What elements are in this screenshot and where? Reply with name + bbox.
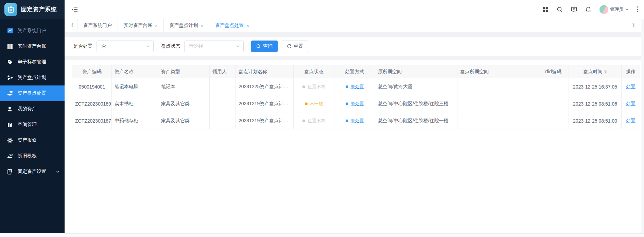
cell-inventory-status: 不一致 <box>294 95 334 112</box>
sidebar-item-asset-repair[interactable]: 资产报修 <box>0 132 65 148</box>
app-logo-row: 固定资产系统 <box>0 0 65 19</box>
tab-realtime-ledger[interactable]: 实时资产台账 × <box>118 19 164 32</box>
chart-tile-icon <box>7 28 13 34</box>
close-icon[interactable]: × <box>246 23 249 28</box>
tabs-scroll-left-button[interactable]: 《 <box>65 19 77 32</box>
sidebar-item-label: 资产盘点计划 <box>18 75 46 81</box>
cell-inventory-space <box>457 78 538 95</box>
cell-plan-name: 20231219资产盘点计划(... <box>236 112 294 129</box>
topbar: 管理员 <box>65 0 644 19</box>
status-dot <box>346 120 348 122</box>
dispose-link[interactable]: 处置 <box>626 84 636 89</box>
reset-button[interactable]: 重置 <box>282 41 308 52</box>
dispose-link[interactable]: 处置 <box>626 118 636 123</box>
col-header-recipient: 领用人 <box>210 65 236 78</box>
sidebar-item-label: 固定资产设置 <box>18 169 46 175</box>
topbar-actions: 管理员 <box>543 5 639 14</box>
sidebar-item-inventory-disposal[interactable]: 资产盘点处置 <box>0 85 65 101</box>
col-header-plan-name: 盘点计划名称 <box>236 65 294 78</box>
bell-icon[interactable] <box>585 6 591 13</box>
col-header-inventory-status: 盘点状态 <box>294 65 334 78</box>
sidebar-item-label: 空间管理 <box>18 122 37 128</box>
search-button[interactable]: 查询 <box>251 41 278 52</box>
tabbar: 《 资产系统门户 实时资产台账 × 资产盘点计划 × 资产盘点处置 × 》 <box>65 19 644 32</box>
cell-inventory-space <box>457 112 538 129</box>
cell-original-space: 总空间/中心院区/住院楼/住院一楼 <box>375 112 457 129</box>
status-select[interactable]: 请选择 <box>184 41 244 52</box>
content-area: 是否处置 否 盘点状态 请选择 查询 重置 <box>65 32 644 233</box>
sidebar-item-label: 折旧模板 <box>18 153 37 159</box>
dispose-link[interactable]: 处置 <box>626 101 636 106</box>
col-header-rfid: rfid编码 <box>538 65 569 78</box>
sidebar-item-label: 电子标签管理 <box>18 59 46 65</box>
sidebar-item-etags[interactable]: 电子标签管理 <box>0 54 65 70</box>
status-dot <box>302 120 305 122</box>
apps-grid-icon[interactable] <box>543 6 549 12</box>
hand-icon <box>7 153 13 159</box>
status-dot <box>305 102 308 105</box>
cell-plan-name: 20231225资产盘点计划(... <box>236 78 294 95</box>
disposed-select[interactable]: 否 <box>97 41 154 52</box>
sidebar-item-inventory-plan[interactable]: 资产盘点计划 <box>0 70 65 85</box>
cell-rfid <box>538 95 569 112</box>
sidebar-item-portal[interactable]: 资产系统门户 <box>0 23 65 38</box>
tab-asset-portal[interactable]: 资产系统门户 <box>77 19 118 32</box>
status-dot <box>302 85 305 88</box>
cell-actions: 处置 <box>622 95 640 112</box>
building-icon <box>7 122 13 128</box>
message-icon[interactable] <box>571 6 577 13</box>
table-header-row: 资产编码 资产名称 资产类型 领用人 盘点计划名称 盘点状态 处置方式 原所属空… <box>72 65 640 78</box>
disposed-select-value: 否 <box>101 43 106 49</box>
horizontal-scrollbar[interactable] <box>0 233 644 237</box>
tab-label: 实时资产台账 <box>124 22 152 29</box>
search-icon[interactable] <box>557 6 563 13</box>
chevron-down-icon <box>146 44 150 48</box>
filter-bar: 是否处置 否 盘点状态 请选择 查询 重置 <box>65 37 641 56</box>
tag-icon <box>7 59 13 65</box>
col-header-actions: 操作 <box>622 65 640 78</box>
close-icon[interactable]: × <box>201 23 204 28</box>
cell-rfid <box>538 78 569 95</box>
share-nodes-icon <box>7 75 13 81</box>
status-dot <box>346 102 348 105</box>
cell-asset-code: ZCTZ202300189 <box>72 95 112 112</box>
table-row: ZCTZ202300189 实木书柜 家具及其它类 20231219资产盘点计划… <box>72 95 640 112</box>
col-header-inventory-time[interactable]: 盘点时间 <box>569 65 622 78</box>
tabs-scroll-right-button[interactable]: 》 <box>628 19 641 32</box>
kebab-menu-icon[interactable] <box>637 6 639 13</box>
sidebar-item-space-management[interactable]: 空间管理 <box>0 117 65 132</box>
search-icon <box>256 44 261 49</box>
chevron-down-icon[interactable] <box>56 170 60 174</box>
app-title: 固定资产系统 <box>21 5 57 13</box>
close-icon[interactable]: × <box>155 23 158 28</box>
status-filter-label: 盘点状态 <box>161 43 180 49</box>
collapse-menu-icon[interactable] <box>71 6 78 13</box>
tab-inventory-disposal[interactable]: 资产盘点处置 × <box>209 19 255 32</box>
cell-asset-code: ZCTZ202300187 <box>72 112 112 129</box>
sidebar-item-label: 我的资产 <box>18 106 37 112</box>
sidebar-nav: 资产系统门户 实时资产台账 电子标签管理 资产盘点计划 资产盘点处置 我的资产 … <box>0 19 65 179</box>
cell-actions: 处置 <box>622 112 640 129</box>
sidebar-item-my-assets[interactable]: 我的资产 <box>0 101 65 117</box>
tab-label: 资产盘点处置 <box>215 22 244 29</box>
sidebar-item-depreciation-template[interactable]: 折旧模板 <box>0 148 65 164</box>
sidebar-item-ledger[interactable]: 实时资产台账 <box>0 38 65 54</box>
chevron-down-icon <box>625 7 629 11</box>
tab-inventory-plan[interactable]: 资产盘点计划 × <box>164 19 210 32</box>
sidebar-item-fixed-asset-settings[interactable]: 固定资产设置 <box>0 164 65 179</box>
tab-label: 资产系统门户 <box>83 22 112 29</box>
document-gear-icon <box>7 169 13 175</box>
disposed-filter-label: 是否处置 <box>73 43 92 49</box>
cell-recipient <box>210 78 236 95</box>
vertical-scrollbar[interactable] <box>641 19 644 233</box>
cell-asset-name: 笔记本电脑 <box>112 78 158 95</box>
user-menu[interactable]: 管理员 <box>599 5 629 14</box>
sort-icon[interactable] <box>604 70 607 74</box>
sidebar: 固定资产系统 资产系统门户 实时资产台账 电子标签管理 资产盘点计划 资产盘点处… <box>0 0 65 233</box>
cell-inventory-time: 2023-12-25 08:51:06 <box>569 95 622 112</box>
col-header-asset-code: 资产编码 <box>72 65 112 78</box>
cell-disposal-method: 未处置 <box>334 78 375 95</box>
col-header-inventory-space: 盘点所属空间 <box>457 65 538 78</box>
table-row: ZCTZ202300187 中药储存柜 家具及其它类 20231219资产盘点计… <box>72 112 640 129</box>
clipboard-logo-icon <box>4 3 17 16</box>
